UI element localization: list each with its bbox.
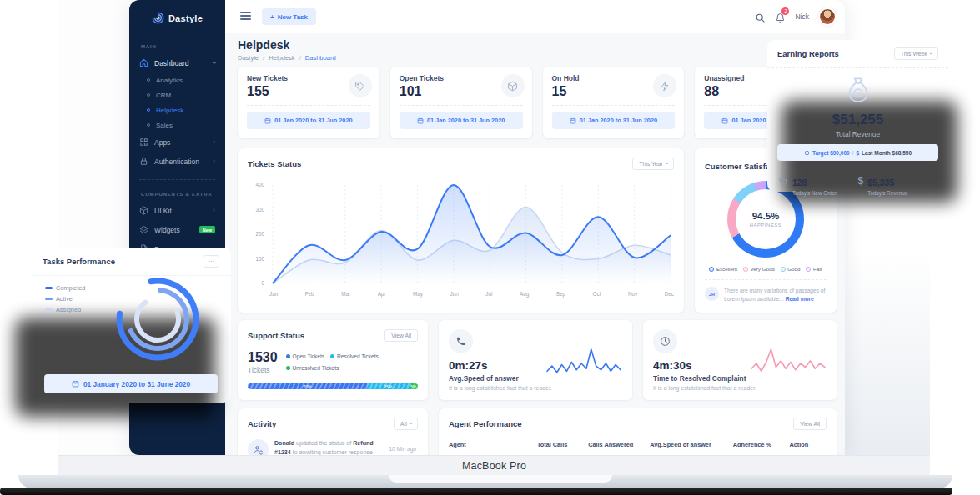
activity-item[interactable]: Donald updated the status of Refund #123…	[248, 439, 418, 455]
search-icon[interactable]	[755, 12, 766, 22]
todays-new-order: 128 Today's New Order	[777, 174, 858, 196]
sidebar-item-authentication[interactable]: Authentication ›	[129, 152, 225, 171]
sidebar-submenu: Analytics CRM Helpdesk Sales	[129, 72, 225, 132]
activity-timestamp: 10 Min ago	[389, 446, 416, 452]
tickets-status-chart: 0100200300400	[269, 180, 674, 288]
target-icon	[804, 150, 810, 156]
agent-performance-view-all[interactable]: View All	[793, 418, 827, 430]
sidebar-item-crm[interactable]: CRM	[129, 88, 225, 102]
user-avatar[interactable]	[818, 8, 837, 26]
earning-reports-card: Earning Reports This Week › $ $51,255 To…	[767, 40, 948, 192]
todays-revenue: $ $5,335 Today's Revenue	[858, 174, 939, 196]
support-status-card: Support Status View All 1530 Tickets Ope…	[238, 320, 428, 400]
y-axis-labels: 0100200300400	[248, 180, 268, 288]
date-range-button[interactable]: 01 Jan 2020 to 31 Jun 2020	[400, 112, 523, 129]
legend-dot-icon	[330, 354, 334, 358]
user-sync-icon	[248, 439, 269, 455]
laptop-chin: MacBook Pro	[58, 455, 930, 475]
legend-ring-icon	[709, 267, 714, 272]
tickets-status-card: Tickets Status This Year › 0100200300400…	[238, 148, 684, 312]
target-pill: Target $90,000 / $ Last Month $68,550	[777, 144, 938, 161]
brand-logo[interactable]: Dastyle	[129, 0, 225, 32]
earning-reports-filter[interactable]: This Week ›	[894, 48, 938, 60]
stat-card-new-tickets: New Tickets 155 01 Jan 2020 to 31 Jun 20…	[238, 67, 379, 138]
nav-section-components: COMPONENTS & EXTRA	[129, 180, 225, 201]
legend-dot-icon	[286, 366, 290, 370]
sidebar-item-widgets[interactable]: Widgets New	[129, 220, 225, 239]
brand-name: Dastyle	[168, 13, 203, 23]
resolve-time-card: 4m:30s Time to Resolved Complaint It is …	[643, 320, 837, 400]
support-status-legend: Open Tickets Resolved Tickets Unresolved…	[286, 353, 418, 371]
chevron-right-icon: ›	[213, 207, 215, 214]
bullet-icon	[147, 93, 150, 97]
stat-cards-row: New Tickets 155 01 Jan 2020 to 31 Jun 20…	[238, 67, 837, 138]
notification-badge: 2	[781, 8, 789, 15]
bullet-icon	[147, 123, 150, 127]
total-revenue-value: $51,255	[767, 112, 948, 128]
package-icon	[501, 74, 525, 98]
date-range-button[interactable]: 01 Jan 2020 to 31 Jun 2020	[552, 112, 676, 129]
more-options-button[interactable]: ...	[204, 255, 219, 268]
chevron-right-icon: ›	[213, 138, 215, 146]
dollar-icon: $	[858, 175, 864, 187]
lock-icon	[139, 157, 148, 166]
new-task-button[interactable]: + New Task	[262, 8, 316, 25]
laptop-notch	[389, 475, 612, 482]
happiness-label: HAPPINESS	[750, 222, 782, 228]
legend-ring-icon	[806, 267, 811, 272]
nav-section-main: MAIN	[129, 32, 225, 53]
resolve-sparkline	[750, 342, 827, 380]
tasks-legend: Completed Active Assigned	[45, 284, 85, 317]
svg-text:$: $	[856, 90, 860, 98]
sidebar-item-analytics[interactable]: Analytics	[129, 72, 225, 88]
sidebar-item-sales[interactable]: Sales	[129, 118, 225, 132]
sidebar-item-apps[interactable]: Apps ›	[129, 132, 225, 152]
breadcrumb: Dastyle / Helpdesk / Dashboard	[238, 54, 336, 62]
calendar-icon	[72, 380, 79, 388]
money-bag-icon: $	[840, 74, 877, 109]
home-icon	[139, 58, 148, 68]
legend-dot-icon	[286, 354, 290, 358]
breadcrumb-section[interactable]: Helpdesk	[269, 54, 294, 62]
sidebar-item-dashboard[interactable]: Dashboard ›	[129, 53, 225, 72]
chevron-down-icon: ›	[663, 162, 669, 164]
cart-icon	[777, 176, 788, 187]
support-status-view-all[interactable]: View All	[384, 329, 418, 342]
legend-dash-icon	[45, 308, 53, 311]
new-badge: New	[199, 226, 215, 233]
swirl-logo-icon	[152, 12, 164, 24]
tasks-performance-card: Tasks Performance ... Completed Active A…	[31, 248, 231, 402]
tag-icon	[349, 74, 372, 98]
legend-dash-icon	[45, 287, 53, 289]
sidebar-item-ui-kit[interactable]: UI Kit ›	[129, 201, 225, 220]
stat-card-on-hold: On Hold 15 01 Jan 2020 to 31 Jun 2020	[543, 67, 685, 138]
sidebar-item-helpdesk[interactable]: Helpdesk	[129, 102, 225, 118]
clock-icon	[653, 329, 677, 353]
activity-filter[interactable]: All ›	[394, 418, 418, 430]
total-tickets-value: 1530	[248, 350, 278, 365]
legend-dash-icon	[45, 298, 53, 300]
read-more-link[interactable]: Read more	[786, 296, 814, 302]
calendar-icon	[570, 118, 576, 124]
grid-icon	[139, 138, 148, 147]
legend-ring-icon	[743, 267, 748, 272]
calendar-icon	[417, 118, 424, 124]
calendar-icon	[264, 118, 271, 124]
hamburger-menu-icon[interactable]	[240, 12, 251, 22]
breadcrumb-current[interactable]: Dashboard	[305, 54, 336, 62]
layers-icon	[139, 225, 148, 234]
bullet-icon	[147, 108, 150, 112]
bell-icon[interactable]: 2	[775, 12, 786, 22]
satisfaction-note: JR There are many variations of passages…	[705, 287, 827, 303]
speed-sparkline	[545, 342, 622, 380]
date-range-button[interactable]: 01 Jan 2020 to 31 Jun 2020	[247, 112, 370, 129]
helpdesk-dashboard: Dastyle MAIN Dashboard › Analytics CRM	[129, 0, 845, 455]
agent-performance-card: Agent Performance View All Agent Total C…	[439, 408, 837, 455]
avatar-initials: JR	[705, 287, 719, 301]
device-label: MacBook Pro	[462, 460, 526, 472]
bullet-icon	[147, 78, 150, 82]
tasks-date-range-button[interactable]: 01 January 2020 to 31 June 2020	[44, 374, 218, 393]
breadcrumb-root[interactable]: Dastyle	[238, 54, 259, 62]
avg-speed-card: 0m:27s Avg.Speed of answer It is a long …	[439, 320, 632, 400]
tickets-status-filter[interactable]: This Year ›	[632, 158, 674, 170]
